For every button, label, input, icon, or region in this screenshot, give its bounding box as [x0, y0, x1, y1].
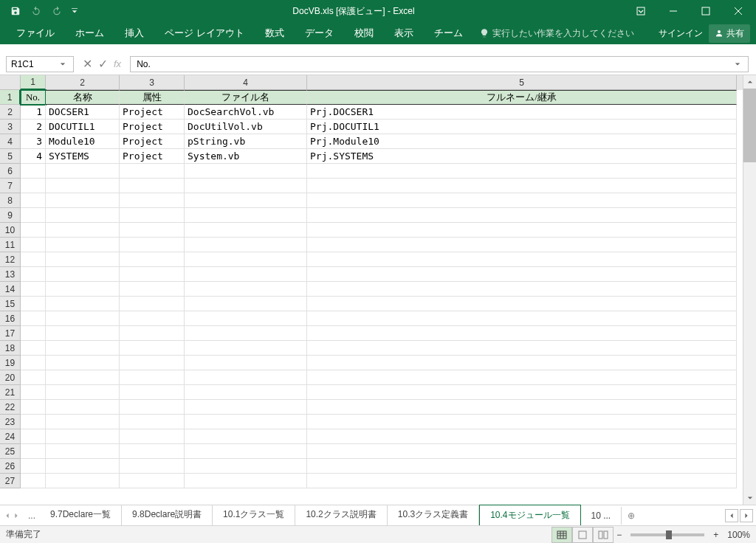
cell[interactable] — [46, 208, 120, 223]
add-sheet-button[interactable]: ⊕ — [622, 511, 641, 521]
cell[interactable]: System.vb — [185, 149, 307, 164]
tab-overflow-left[interactable]: ... — [24, 511, 40, 521]
row-header[interactable]: 14 — [0, 282, 21, 297]
cell[interactable] — [46, 400, 120, 415]
cell[interactable]: pString.vb — [185, 134, 307, 149]
cell[interactable] — [120, 297, 185, 311]
row-header[interactable]: 13 — [0, 267, 21, 282]
cell[interactable]: 名称 — [46, 90, 120, 105]
cell[interactable]: Prj.Module10 — [307, 134, 737, 149]
tab-file[interactable]: ファイル — [6, 22, 65, 44]
formula-expand[interactable] — [735, 59, 746, 69]
cell[interactable] — [185, 444, 307, 459]
cell[interactable] — [185, 282, 307, 297]
cell[interactable] — [120, 444, 185, 459]
cell[interactable] — [46, 444, 120, 459]
cell[interactable] — [307, 474, 737, 488]
cell[interactable] — [21, 208, 46, 223]
cell[interactable] — [46, 474, 120, 488]
ribbon-tab[interactable]: ページ レイアウト — [154, 22, 255, 44]
cell[interactable] — [120, 179, 185, 193]
cell[interactable] — [46, 311, 120, 326]
cell[interactable] — [307, 385, 737, 400]
cell[interactable]: SYSTEMS — [46, 149, 120, 164]
row-header[interactable]: 1 — [0, 90, 21, 105]
cell[interactable] — [307, 326, 737, 341]
cell[interactable] — [46, 341, 120, 356]
view-page-break[interactable] — [593, 527, 614, 543]
fx-icon[interactable]: fx — [114, 58, 121, 69]
cell[interactable] — [307, 193, 737, 208]
cell[interactable] — [307, 297, 737, 311]
ribbon-tab[interactable]: 挿入 — [114, 22, 154, 44]
ribbon-tab[interactable]: ホーム — [65, 22, 114, 44]
cell[interactable] — [185, 179, 307, 193]
cell[interactable] — [307, 164, 737, 179]
cell[interactable] — [307, 429, 737, 444]
cell[interactable] — [185, 252, 307, 267]
ribbon-tab[interactable]: データ — [295, 22, 344, 44]
cell[interactable] — [307, 459, 737, 474]
cell[interactable] — [307, 267, 737, 282]
row-header[interactable]: 9 — [0, 208, 21, 223]
row-header[interactable]: 18 — [0, 341, 21, 356]
cell[interactable] — [21, 252, 46, 267]
cell[interactable] — [21, 415, 46, 429]
cell[interactable] — [120, 193, 185, 208]
cell[interactable] — [120, 474, 185, 488]
sheet-tab[interactable]: 10.3クラス定義書 — [388, 505, 479, 527]
cell[interactable]: Project — [120, 134, 185, 149]
row-header[interactable]: 19 — [0, 356, 21, 370]
cell[interactable] — [21, 326, 46, 341]
view-page-layout[interactable] — [572, 527, 593, 543]
cell[interactable] — [21, 341, 46, 356]
cell[interactable] — [46, 385, 120, 400]
ribbon-tab[interactable]: 表示 — [384, 22, 424, 44]
cell[interactable] — [21, 474, 46, 488]
cell[interactable] — [307, 370, 737, 385]
cell[interactable] — [120, 311, 185, 326]
row-header[interactable]: 17 — [0, 326, 21, 341]
cell[interactable] — [185, 208, 307, 223]
cell[interactable] — [120, 385, 185, 400]
view-normal[interactable] — [551, 527, 572, 543]
column-header[interactable]: 3 — [120, 75, 185, 90]
cell[interactable]: フルネーム/継承 — [307, 90, 737, 105]
cell[interactable] — [307, 400, 737, 415]
cell[interactable]: DocSearchVol.vb — [185, 105, 307, 120]
cell[interactable] — [307, 252, 737, 267]
ribbon-tab[interactable]: 数式 — [255, 22, 295, 44]
cell[interactable] — [307, 415, 737, 429]
cell[interactable] — [185, 297, 307, 311]
row-header[interactable]: 2 — [0, 105, 21, 120]
cell[interactable] — [185, 459, 307, 474]
cell[interactable]: Prj.DOCSER1 — [307, 105, 737, 120]
cell[interactable] — [120, 370, 185, 385]
signin-link[interactable]: サインイン — [659, 27, 703, 40]
cell[interactable] — [185, 326, 307, 341]
cell[interactable] — [120, 415, 185, 429]
column-header[interactable]: 4 — [185, 75, 307, 90]
cell[interactable] — [185, 415, 307, 429]
formula-input[interactable]: No. — [130, 56, 749, 72]
cell[interactable] — [21, 429, 46, 444]
cell[interactable] — [307, 208, 737, 223]
cell[interactable]: Project — [120, 120, 185, 134]
cell[interactable] — [307, 356, 737, 370]
row-header[interactable]: 16 — [0, 311, 21, 326]
cell[interactable] — [185, 370, 307, 385]
cell[interactable] — [185, 356, 307, 370]
cell[interactable] — [307, 282, 737, 297]
cell[interactable]: ファイル名 — [185, 90, 307, 105]
cell[interactable] — [185, 223, 307, 238]
cell[interactable] — [120, 223, 185, 238]
cell[interactable] — [46, 459, 120, 474]
row-header[interactable]: 20 — [0, 370, 21, 385]
cell[interactable] — [46, 238, 120, 252]
cell[interactable] — [21, 193, 46, 208]
cell[interactable]: Project — [120, 149, 185, 164]
row-header[interactable]: 26 — [0, 459, 21, 474]
row-header[interactable]: 15 — [0, 297, 21, 311]
row-header[interactable]: 5 — [0, 149, 21, 164]
cell[interactable] — [185, 341, 307, 356]
